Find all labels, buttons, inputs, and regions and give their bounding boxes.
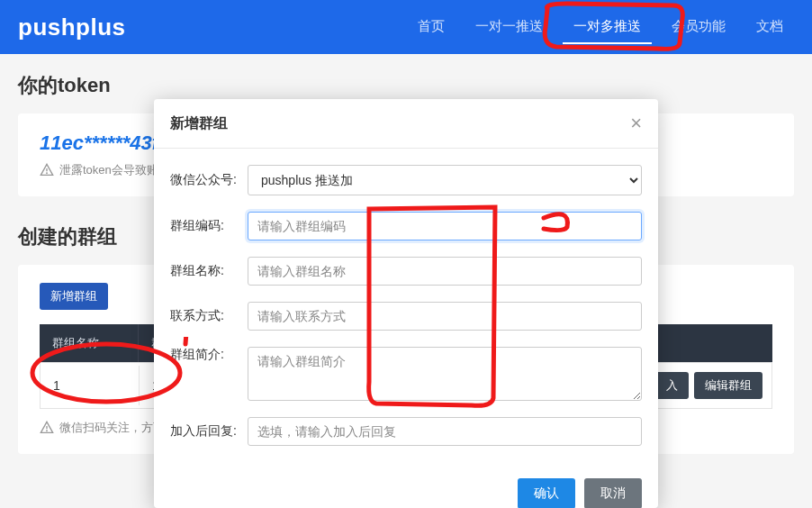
modal-backdrop: 新增群组 × 微信公众号: pushplus 推送加 群组编码: 群组名称: 联… bbox=[0, 0, 812, 508]
group-code-label: 群组编码: bbox=[170, 218, 248, 234]
cancel-button[interactable]: 取消 bbox=[584, 478, 642, 508]
contact-label: 联系方式: bbox=[170, 308, 248, 324]
wx-account-label: 微信公众号: bbox=[170, 172, 248, 188]
reply-input[interactable] bbox=[248, 417, 642, 446]
close-icon[interactable]: × bbox=[630, 113, 642, 133]
group-code-input[interactable] bbox=[248, 212, 642, 240]
modal-title: 新增群组 bbox=[170, 114, 228, 133]
desc-textarea[interactable] bbox=[248, 347, 642, 401]
wx-account-select[interactable]: pushplus 推送加 bbox=[248, 165, 642, 195]
desc-label: 群组简介: bbox=[170, 347, 248, 363]
confirm-button[interactable]: 确认 bbox=[518, 478, 575, 508]
group-name-label: 群组名称: bbox=[170, 263, 248, 279]
contact-input[interactable] bbox=[248, 302, 642, 331]
reply-label: 加入后回复: bbox=[170, 423, 248, 440]
group-name-input[interactable] bbox=[248, 257, 642, 286]
new-group-modal: 新增群组 × 微信公众号: pushplus 推送加 群组编码: 群组名称: 联… bbox=[154, 99, 658, 508]
